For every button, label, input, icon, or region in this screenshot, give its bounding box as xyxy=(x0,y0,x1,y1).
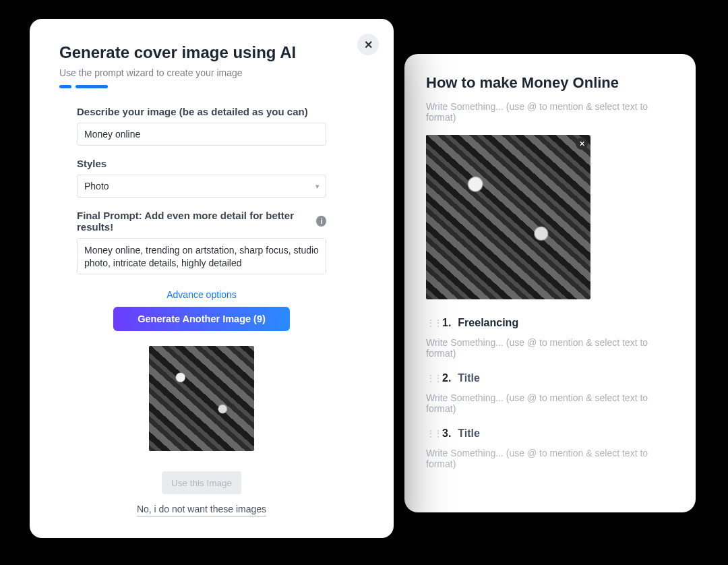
document-title[interactable]: How to make Money Online xyxy=(426,74,674,92)
info-icon[interactable]: i xyxy=(316,216,326,227)
outline-title[interactable]: Title xyxy=(458,372,480,384)
outline-number: 1. xyxy=(442,317,451,329)
outline-title[interactable]: Freelancing xyxy=(458,317,518,329)
ai-cover-modal: ✕ Generate cover image using AI Use the … xyxy=(30,19,394,538)
styles-label: Styles xyxy=(77,158,326,169)
close-button[interactable]: ✕ xyxy=(357,34,379,55)
modal-title: Generate cover image using AI xyxy=(59,43,364,62)
final-prompt-label: Final Prompt: Add even more detail for b… xyxy=(77,210,326,233)
advance-options-link[interactable]: Advance options xyxy=(166,289,237,300)
outline-number: 3. xyxy=(442,427,451,440)
wizard-progress xyxy=(59,85,364,88)
describe-input[interactable] xyxy=(77,123,326,146)
modal-subtitle: Use the prompt wizard to create your ima… xyxy=(59,67,364,78)
generate-button[interactable]: Generate Another Image (9) xyxy=(113,307,290,331)
document-body-placeholder[interactable]: Write Something... (use @ to mention & s… xyxy=(426,101,674,123)
drag-handle-icon[interactable]: ⋮⋮ xyxy=(426,318,435,328)
styles-select[interactable] xyxy=(77,175,326,198)
outline-body-placeholder[interactable]: Write Something... (use @ to mention & s… xyxy=(426,448,674,469)
drag-handle-icon[interactable]: ⋮⋮ xyxy=(426,374,435,383)
outline-item-1: ⋮⋮ 1. Freelancing Write Something... (us… xyxy=(426,317,674,359)
final-prompt-input[interactable] xyxy=(77,238,326,274)
cover-image[interactable]: ✕ xyxy=(426,135,590,299)
describe-label: Describe your image (be as detailed as y… xyxy=(77,106,326,117)
drag-handle-icon[interactable]: ⋮⋮ xyxy=(426,429,435,438)
reject-images-link[interactable]: No, i do not want these images xyxy=(137,504,266,516)
outline-body-placeholder[interactable]: Write Something... (use @ to mention & s… xyxy=(426,337,674,359)
outline-item-3: ⋮⋮ 3. Title Write Something... (use @ to… xyxy=(426,427,674,469)
close-icon: ✕ xyxy=(364,38,373,51)
outline-body-placeholder[interactable]: Write Something... (use @ to mention & s… xyxy=(426,392,674,414)
editor-card: How to make Money Online Write Something… xyxy=(404,54,696,512)
outline-item-2: ⋮⋮ 2. Title Write Something... (use @ to… xyxy=(426,372,674,414)
outline-number: 2. xyxy=(442,372,451,384)
generated-image-preview[interactable] xyxy=(149,346,254,451)
use-image-button[interactable]: Use this Image xyxy=(162,471,241,494)
remove-cover-icon[interactable]: ✕ xyxy=(576,138,588,150)
outline-title[interactable]: Title xyxy=(458,427,480,440)
